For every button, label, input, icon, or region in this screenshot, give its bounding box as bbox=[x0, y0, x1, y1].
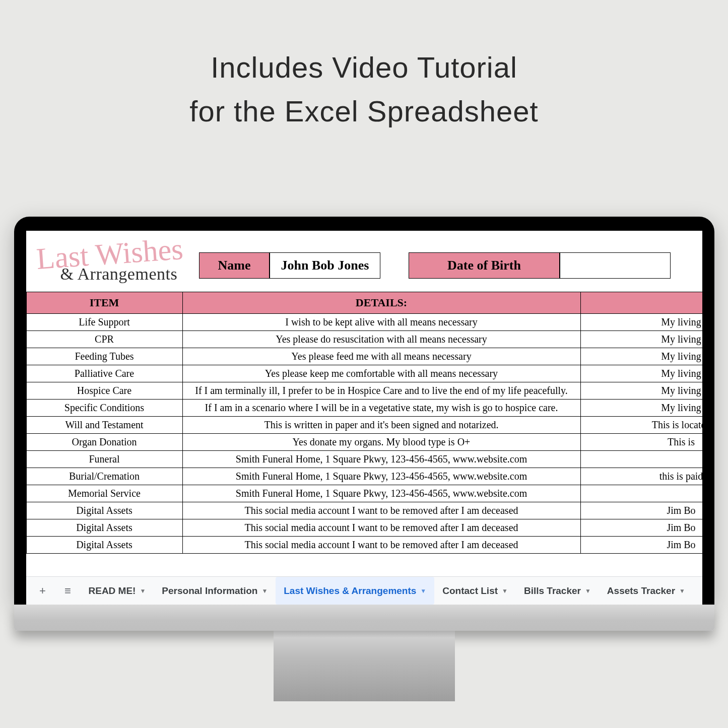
cell-details[interactable]: Smith Funeral Home, 1 Square Pkwy, 123-4… bbox=[182, 485, 580, 502]
cell-item[interactable]: Palliative Care bbox=[26, 365, 182, 382]
table-row[interactable]: FuneralSmith Funeral Home, 1 Square Pkwy… bbox=[26, 451, 702, 468]
cell-extra[interactable]: This is bbox=[580, 434, 702, 451]
table-row[interactable]: Digital AssetsThis social media account … bbox=[26, 537, 702, 554]
cell-details[interactable]: Yes please feed me with all means necess… bbox=[182, 348, 580, 365]
monitor-screen: Last Wishes & Arrangements Name John Bob… bbox=[26, 231, 702, 605]
dob-label: Date of Birth bbox=[409, 252, 560, 279]
sheet-logo: Last Wishes & Arrangements bbox=[36, 239, 183, 283]
cell-details[interactable]: Yes please keep me comfortable with all … bbox=[182, 365, 580, 382]
cell-details[interactable]: If I am terminally ill, I prefer to be i… bbox=[182, 382, 580, 400]
cell-extra[interactable] bbox=[580, 485, 702, 502]
table-row[interactable]: Will and TestamentThis is written in pap… bbox=[26, 417, 702, 434]
sheet-tab[interactable]: Assets Tracker▼ bbox=[599, 577, 693, 605]
col-details: DETAILS: bbox=[182, 292, 580, 314]
sheet-tab[interactable]: Personal Information▼ bbox=[154, 577, 276, 605]
cell-item[interactable]: Funeral bbox=[26, 451, 182, 468]
cell-extra[interactable]: My living bbox=[580, 400, 702, 417]
table-row[interactable]: Organ DonationYes donate my organs. My b… bbox=[26, 434, 702, 451]
add-sheet-button[interactable]: + bbox=[30, 577, 55, 605]
monitor-bezel: Last Wishes & Arrangements Name John Bob… bbox=[14, 217, 714, 605]
cell-extra[interactable]: My living bbox=[580, 314, 702, 331]
table-row[interactable]: Feeding TubesYes please feed me with all… bbox=[26, 348, 702, 365]
spreadsheet-view: Last Wishes & Arrangements Name John Bob… bbox=[26, 231, 702, 605]
cell-item[interactable]: Burial/Cremation bbox=[26, 468, 182, 485]
table-row[interactable]: Burial/CremationSmith Funeral Home, 1 Sq… bbox=[26, 468, 702, 485]
table-row[interactable]: Digital AssetsThis social media account … bbox=[26, 502, 702, 519]
table-row[interactable]: Life SupportI wish to be kept alive with… bbox=[26, 314, 702, 331]
name-value[interactable]: John Bob Jones bbox=[270, 252, 380, 279]
monitor-mockup: Last Wishes & Arrangements Name John Bob… bbox=[14, 217, 714, 701]
cell-details[interactable]: This social media account I want to be r… bbox=[182, 502, 580, 519]
cell-item[interactable]: Digital Assets bbox=[26, 519, 182, 537]
cell-extra[interactable]: My living bbox=[580, 348, 702, 365]
cell-extra[interactable]: This is located bbox=[580, 417, 702, 434]
sheet-tab-label: Last Wishes & Arrangements bbox=[284, 585, 416, 597]
table-row[interactable]: CPRYes please do resuscitation with all … bbox=[26, 331, 702, 348]
table-row[interactable]: Memorial ServiceSmith Funeral Home, 1 Sq… bbox=[26, 485, 702, 502]
cell-item[interactable]: Feeding Tubes bbox=[26, 348, 182, 365]
cell-details[interactable]: This is written in paper and it's been s… bbox=[182, 417, 580, 434]
sheet-tab-label: READ ME! bbox=[89, 585, 136, 597]
table-row[interactable]: Palliative CareYes please keep me comfor… bbox=[26, 365, 702, 382]
cell-details[interactable]: Smith Funeral Home, 1 Square Pkwy, 123-4… bbox=[182, 468, 580, 485]
all-sheets-button[interactable]: ≡ bbox=[55, 577, 81, 605]
sheet-tab-label: Bills Tracker bbox=[524, 585, 581, 597]
cell-item[interactable]: Organ Donation bbox=[26, 434, 182, 451]
cell-extra[interactable]: My living bbox=[580, 331, 702, 348]
chevron-down-icon: ▼ bbox=[140, 587, 146, 594]
sheet-tab[interactable]: Bills Tracker▼ bbox=[516, 577, 599, 605]
cell-item[interactable]: Hospice Care bbox=[26, 382, 182, 400]
cell-details[interactable]: This social media account I want to be r… bbox=[182, 537, 580, 554]
col-item: ITEM bbox=[26, 292, 182, 314]
cell-details[interactable]: Yes donate my organs. My blood type is O… bbox=[182, 434, 580, 451]
cell-extra[interactable]: Jim Bo bbox=[580, 519, 702, 537]
sheet-tab[interactable]: READ ME!▼ bbox=[81, 577, 154, 605]
cell-extra[interactable] bbox=[580, 451, 702, 468]
cell-extra[interactable]: this is paid bbox=[580, 468, 702, 485]
heading-line1: Includes Video Tutorial bbox=[211, 51, 517, 84]
monitor-stand bbox=[274, 631, 455, 701]
cell-item[interactable]: Specific Conditions bbox=[26, 400, 182, 417]
cell-extra[interactable]: My living bbox=[580, 382, 702, 400]
sheet-tab-label: Assets Tracker bbox=[607, 585, 675, 597]
sheet-tab-label: Personal Information bbox=[162, 585, 257, 597]
chevron-down-icon: ▼ bbox=[585, 587, 591, 594]
cell-item[interactable]: Life Support bbox=[26, 314, 182, 331]
chevron-down-icon: ▼ bbox=[420, 587, 426, 594]
chevron-down-icon: ▼ bbox=[261, 587, 268, 594]
cell-extra[interactable]: Jim Bo bbox=[580, 502, 702, 519]
sheet-tab[interactable]: Last Wishes & Arrangements▼ bbox=[276, 577, 434, 605]
cell-details[interactable]: I wish to be kept alive with all means n… bbox=[182, 314, 580, 331]
name-label: Name bbox=[199, 252, 270, 279]
cell-extra[interactable]: My living bbox=[580, 365, 702, 382]
cell-details[interactable]: If I am in a scenario where I will be in… bbox=[182, 400, 580, 417]
cell-item[interactable]: Memorial Service bbox=[26, 485, 182, 502]
monitor-base-bar bbox=[14, 605, 714, 631]
cell-details[interactable]: Smith Funeral Home, 1 Square Pkwy, 123-4… bbox=[182, 451, 580, 468]
cell-item[interactable]: Digital Assets bbox=[26, 537, 182, 554]
sheet-header: Last Wishes & Arrangements Name John Bob… bbox=[26, 239, 702, 292]
header-fields: Name John Bob Jones Date of Birth bbox=[199, 252, 671, 279]
chevron-down-icon: ▼ bbox=[502, 587, 508, 594]
table-row[interactable]: Hospice CareIf I am terminally ill, I pr… bbox=[26, 382, 702, 400]
promo-heading: Includes Video Tutorial for the Excel Sp… bbox=[0, 45, 728, 133]
chevron-down-icon: ▼ bbox=[679, 587, 685, 594]
table-header-row: ITEM DETAILS: bbox=[26, 292, 702, 314]
heading-line2: for the Excel Spreadsheet bbox=[189, 95, 538, 127]
cell-item[interactable]: CPR bbox=[26, 331, 182, 348]
table-row[interactable]: Specific ConditionsIf I am in a scenario… bbox=[26, 400, 702, 417]
cell-item[interactable]: Digital Assets bbox=[26, 502, 182, 519]
col-extra bbox=[580, 292, 702, 314]
cell-item[interactable]: Will and Testament bbox=[26, 417, 182, 434]
cell-details[interactable]: Yes please do resuscitation with all mea… bbox=[182, 331, 580, 348]
cell-details[interactable]: This social media account I want to be r… bbox=[182, 519, 580, 537]
plus-icon: + bbox=[37, 585, 48, 597]
header-gap bbox=[380, 252, 409, 279]
sheet-tab[interactable]: Contact List▼ bbox=[434, 577, 516, 605]
sheet-tab-label: Contact List bbox=[442, 585, 498, 597]
cell-extra[interactable]: Jim Bo bbox=[580, 537, 702, 554]
dob-value[interactable] bbox=[560, 252, 671, 279]
table-row[interactable]: Digital AssetsThis social media account … bbox=[26, 519, 702, 537]
sheet-tabs-bar: + ≡ READ ME!▼Personal Information▼Last W… bbox=[26, 576, 702, 605]
arrangements-table: ITEM DETAILS: Life SupportI wish to be k… bbox=[26, 292, 702, 554]
